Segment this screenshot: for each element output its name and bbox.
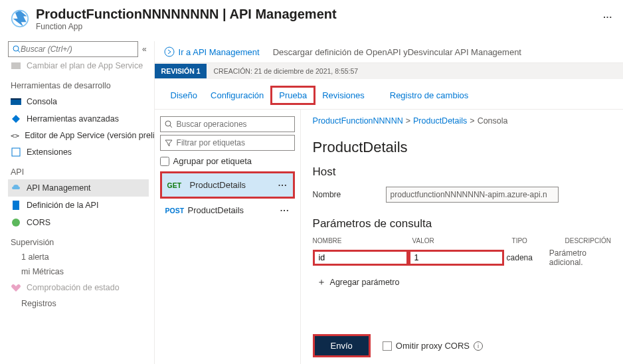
info-icon[interactable]: i — [474, 341, 483, 351]
sidebar-item-change-plan[interactable]: Cambiar el plan de App Service — [8, 57, 149, 74]
ops-filter-input[interactable] — [177, 138, 290, 147]
code-icon: <> — [11, 132, 19, 140]
sidebar-item-extensions[interactable]: Extensiones — [8, 143, 149, 161]
host-section: Host — [313, 165, 611, 179]
sidebar-item-editor[interactable]: <> Editor de App Service (versión prelim… — [8, 128, 149, 143]
crumb-leaf: Consola — [478, 116, 508, 126]
param-value-input[interactable] — [408, 250, 504, 266]
sidebar-item-metrics[interactable]: mi Métricas — [8, 264, 149, 279]
cmd-download[interactable]: Descargar definición de OpenAPI yDesvinc… — [273, 47, 521, 57]
cors-bypass[interactable]: Omitir proxy CORS i — [383, 341, 483, 351]
param-row: cadena Parámetro adicional. — [313, 248, 611, 267]
sidebar-item-label: Cambiar el plan de App Service — [27, 61, 143, 70]
sidebar-item-api-definition[interactable]: Definición de la API — [8, 197, 149, 214]
ops-search[interactable] — [160, 116, 295, 132]
sidebar-item-health[interactable]: Comprobación de estado — [8, 279, 149, 296]
page-header: ProductFunctionNNNNNNNN | API Management… — [0, 0, 623, 41]
checkbox-icon[interactable] — [383, 341, 392, 351]
col-type: TIPO — [512, 237, 565, 244]
svg-point-9 — [165, 47, 174, 56]
svg-line-2 — [18, 50, 20, 52]
op-row-post[interactable]: POST ProductDetails ··· — [160, 199, 295, 222]
host-name-label: Nombre — [313, 190, 353, 199]
group-label: Agrupar por etiqueta — [173, 156, 252, 166]
query-params-section: Parámetros de consulta — [313, 217, 611, 230]
svg-point-8 — [12, 219, 20, 227]
crumb-op[interactable]: ProductDetails — [413, 116, 467, 126]
tab-test[interactable]: Prueba — [270, 86, 315, 105]
add-param-button[interactable]: ＋ Agregar parámetro — [313, 276, 611, 288]
method-badge: GET — [167, 181, 190, 189]
tab-config[interactable]: Configuración — [204, 88, 270, 103]
params-header: NOMBRE VALOR TIPO DESCRIPCIÓN — [313, 237, 611, 244]
param-desc: Parámetro adicional. — [549, 248, 611, 267]
svg-line-11 — [170, 126, 172, 128]
col-name: NOMBRE — [313, 237, 412, 244]
tab-revisions[interactable]: Revisiones — [315, 88, 371, 103]
page-title: ProductFunctionNNNNNNNN | API Management — [36, 7, 595, 22]
sidebar-item-label: Definición de la API — [27, 201, 98, 210]
function-app-icon — [11, 9, 29, 28]
search-icon — [13, 45, 21, 53]
command-bar: Ir a API Management Descargar definición… — [155, 41, 623, 63]
operations-panel: Agrupar por etiqueta GET ProductDetails … — [155, 110, 301, 364]
revision-meta: CREACIÓN: 21 de diciembre de 2021, 8:55:… — [207, 67, 365, 75]
goto-apim-link[interactable]: Ir a API Management — [164, 46, 260, 57]
svg-rect-5 — [11, 98, 21, 100]
host-name-input[interactable] — [386, 187, 559, 203]
param-type: cadena — [504, 253, 549, 262]
sidebar-item-alerts[interactable]: 1 alerta — [8, 250, 149, 264]
search-icon — [165, 120, 173, 128]
svg-rect-6 — [12, 148, 20, 156]
svg-rect-7 — [13, 201, 19, 210]
revision-bar: REVISIÓN 1 CREACIÓN: 21 de diciembre de … — [155, 63, 623, 79]
tab-changelog[interactable]: Registro de cambios — [383, 88, 476, 103]
sidebar-item-cors[interactable]: CORS — [8, 214, 149, 231]
sidebar-search-input[interactable] — [21, 45, 134, 54]
ops-filter[interactable] — [160, 135, 295, 151]
plan-icon — [11, 60, 21, 71]
op-row-get[interactable]: GET ProductDetails ··· — [160, 171, 295, 199]
revision-tab[interactable]: REVISIÓN 1 — [155, 64, 207, 78]
sidebar-item-label: CORS — [27, 218, 50, 227]
sidebar-item-console[interactable]: Consola — [8, 93, 149, 110]
op-more-icon[interactable]: ··· — [278, 180, 288, 190]
sidebar-heading-monitoring: Supervisión — [8, 231, 149, 250]
cmd-label: Ir a API Management — [179, 47, 260, 57]
sidebar-search[interactable] — [8, 41, 138, 57]
extension-icon — [11, 147, 21, 157]
content: Ir a API Management Descargar definición… — [154, 41, 623, 364]
group-checkbox[interactable] — [160, 157, 169, 166]
tab-design[interactable]: Diseño — [164, 88, 204, 103]
cors-label: Omitir proxy CORS — [396, 341, 470, 351]
svg-rect-3 — [11, 62, 21, 69]
cloud-icon — [11, 183, 21, 193]
detail-title: ProductDetails — [313, 139, 611, 156]
op-more-icon[interactable]: ··· — [280, 205, 290, 215]
ops-search-input[interactable] — [177, 120, 290, 129]
plus-icon: ＋ — [317, 276, 326, 288]
group-by-tag[interactable]: Agrupar por etiqueta — [160, 156, 295, 166]
header-more[interactable]: ··· — [603, 12, 612, 22]
col-desc: DESCRIPCIÓN — [565, 237, 611, 244]
globe-icon — [11, 217, 21, 228]
footer-bar: Envío Omitir proxy CORS i — [313, 334, 623, 357]
filter-icon — [165, 139, 173, 147]
sidebar-item-logs[interactable]: Registros — [8, 296, 149, 311]
collapse-sidebar[interactable]: « — [142, 45, 147, 54]
sidebar-item-label: Consola — [27, 97, 57, 106]
arrow-right-icon — [164, 46, 175, 57]
param-name-input[interactable] — [313, 250, 408, 266]
send-button[interactable]: Envío — [313, 334, 371, 357]
crumb-api[interactable]: ProductFunctionNNNNN — [313, 116, 403, 126]
sidebar-item-label: API Management — [27, 183, 91, 193]
sidebar-item-label: Extensiones — [27, 147, 72, 157]
sidebar-item-label: Editor de App Service (versión prelimina… — [25, 131, 153, 140]
op-name: ProductDetails — [190, 180, 278, 190]
sidebar-heading-dev: Herramientas de desarrollo — [8, 74, 149, 93]
svg-point-10 — [165, 121, 171, 126]
col-value: VALOR — [412, 237, 512, 244]
sidebar-item-advanced-tools[interactable]: Herramientas avanzadas — [8, 110, 149, 128]
add-param-label: Agregar parámetro — [330, 278, 400, 287]
sidebar-item-api-management[interactable]: API Management — [8, 179, 149, 197]
